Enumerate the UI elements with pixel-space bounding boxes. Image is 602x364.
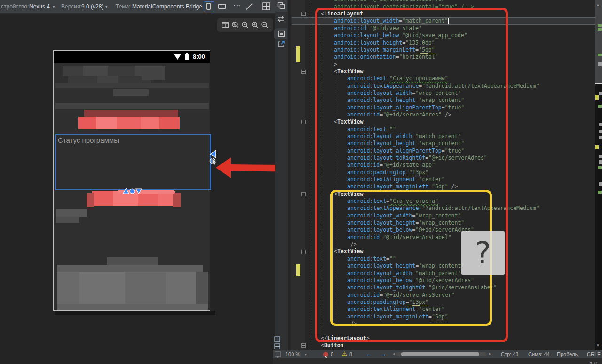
scroll-up-icon[interactable]: ▲ bbox=[596, 3, 600, 7]
theme-selector[interactable]: MaterialComponents Bridge bbox=[132, 3, 202, 10]
selected-view-outline[interactable]: Статус программы bbox=[55, 134, 211, 190]
navigate-forward-icon[interactable]: → bbox=[380, 350, 386, 357]
split-vertical-icon[interactable] bbox=[274, 336, 280, 342]
redacted-blob bbox=[56, 217, 79, 223]
code-line[interactable]: android:id="@+id/checkStatusServer" bbox=[321, 0, 539, 3]
stripe-mark[interactable] bbox=[599, 92, 602, 95]
external-link-icon[interactable] bbox=[277, 40, 285, 48]
stripe-mark[interactable] bbox=[599, 123, 602, 126]
scroll-left-icon[interactable]: ◄ bbox=[392, 352, 396, 356]
selected-view-text: Статус программы bbox=[58, 136, 119, 144]
redacted-blob bbox=[68, 76, 151, 83]
scrollbar-thumb[interactable] bbox=[401, 352, 479, 356]
redacted-blob bbox=[57, 265, 203, 272]
redacted-blob bbox=[55, 103, 209, 109]
version-label: Версия: bbox=[61, 3, 82, 10]
warning-strip-mark bbox=[296, 46, 300, 62]
zoom-level[interactable]: 100 % bbox=[285, 351, 300, 357]
version-selector[interactable]: 9.0 (v28) bbox=[81, 3, 103, 10]
landscape-mode-icon[interactable] bbox=[218, 4, 226, 9]
fold-toggle-icon[interactable] bbox=[301, 12, 306, 16]
stripe-mark[interactable] bbox=[599, 182, 602, 186]
redacted-blob bbox=[55, 83, 209, 88]
redacted-blob bbox=[107, 257, 158, 265]
scroll-down-icon[interactable]: ▼ bbox=[596, 343, 600, 348]
redacted-blob bbox=[142, 68, 165, 80]
chevron-down-icon[interactable]: ▾ bbox=[305, 352, 307, 356]
redacted-blob bbox=[56, 209, 87, 217]
zoom-in-icon[interactable] bbox=[251, 21, 259, 29]
swap-views-icon[interactable] bbox=[277, 15, 285, 22]
resize-handles-bottom[interactable] bbox=[120, 186, 145, 195]
portrait-mode-button[interactable] bbox=[204, 1, 214, 12]
navigate-back-icon[interactable]: ← bbox=[366, 350, 372, 357]
stripe-mark[interactable] bbox=[598, 54, 602, 56]
code-line[interactable]: <Button bbox=[321, 342, 539, 349]
stripe-mark[interactable] bbox=[598, 28, 602, 31]
line-ending-indicator[interactable]: CRLF bbox=[587, 351, 601, 357]
chevron-down-icon[interactable]: ▾ bbox=[53, 4, 55, 9]
redacted-button-blob bbox=[78, 117, 180, 129]
chevron-down-icon[interactable]: ▾ bbox=[105, 4, 108, 9]
stripe-mark[interactable] bbox=[598, 191, 602, 194]
expand-icon[interactable]: » bbox=[275, 351, 281, 357]
pencil-icon[interactable] bbox=[246, 3, 253, 10]
redacted-button-blob bbox=[84, 110, 178, 117]
device-selector[interactable]: Nexus 4 bbox=[29, 3, 50, 10]
battery-icon bbox=[185, 54, 189, 60]
warning-count-icon[interactable]: ⚠ bbox=[342, 350, 347, 357]
zoom-to-fit-icon[interactable] bbox=[231, 21, 239, 29]
fold-toggle-icon[interactable] bbox=[301, 343, 306, 348]
caret-line-indicator[interactable]: Стр: 43 bbox=[501, 351, 518, 357]
layout-design-panel: стройство: Nexus 4 ▾ Версия: 9.0 (v28) ▾… bbox=[0, 0, 275, 364]
fold-toggle-icon[interactable] bbox=[301, 70, 306, 74]
question-mark-overlay: ? bbox=[461, 231, 505, 275]
error-count-icon[interactable]: ✕ bbox=[323, 352, 328, 357]
stripe-mark[interactable] bbox=[598, 105, 602, 108]
error-count[interactable]: 0 bbox=[331, 351, 333, 357]
bottom-panel-strip: Д У bbox=[273, 358, 602, 364]
warning-count[interactable]: 8 bbox=[349, 351, 352, 357]
chevron-down-icon[interactable]: ▾ bbox=[198, 4, 200, 9]
whitespace-indicator[interactable]: Пробелы bbox=[557, 351, 578, 357]
split-horizontal-icon[interactable] bbox=[274, 343, 280, 349]
android-studio-window: стройство: Nexus 4 ▾ Версия: 9.0 (v28) ▾… bbox=[0, 0, 602, 364]
redacted-blob bbox=[113, 89, 149, 96]
fold-toggle-icon[interactable] bbox=[301, 192, 306, 196]
layers-icon[interactable] bbox=[277, 2, 285, 9]
zoom-out-icon[interactable] bbox=[261, 21, 269, 29]
stripe-mark[interactable] bbox=[595, 95, 599, 100]
theme-label: Тема: bbox=[116, 3, 131, 10]
more-options-icon[interactable]: ⋯ bbox=[233, 1, 240, 9]
redacted-blob bbox=[57, 304, 208, 311]
stripe-mark[interactable] bbox=[599, 160, 602, 164]
device-label: стройство: bbox=[1, 3, 29, 10]
zoom-controls bbox=[217, 18, 273, 32]
fold-toggle-icon[interactable] bbox=[301, 250, 306, 254]
stripe-mark[interactable] bbox=[599, 130, 602, 133]
portrait-phone-icon bbox=[206, 3, 211, 10]
horizontal-scrollbar[interactable] bbox=[396, 352, 487, 356]
grid-view-icon[interactable] bbox=[262, 2, 270, 10]
clipped-panel-text: Д У bbox=[589, 361, 597, 364]
stripe-mark[interactable] bbox=[599, 136, 602, 139]
stripe-mark[interactable] bbox=[598, 166, 602, 169]
error-stripe[interactable]: ▲ ▼ bbox=[595, 0, 602, 350]
stripe-mark[interactable] bbox=[598, 62, 602, 66]
wifi-icon bbox=[174, 54, 182, 60]
caret-column-indicator[interactable]: Симв: 44 bbox=[528, 351, 550, 357]
scroll-right-icon[interactable]: ► bbox=[488, 352, 492, 356]
stripe-mark[interactable] bbox=[599, 155, 602, 158]
editor-status-bar: » 100 % ▾ ✕ 0 ⚠ 8 ← → ◄ ► Стр: 43 Симв: … bbox=[273, 350, 602, 358]
preview-window-icon[interactable] bbox=[278, 30, 285, 37]
warning-strip-mark bbox=[296, 264, 300, 276]
stripe-mark[interactable] bbox=[595, 145, 599, 149]
device-shadow bbox=[55, 311, 215, 315]
layout-variants-icon[interactable] bbox=[222, 21, 229, 29]
design-toolbar: стройство: Nexus 4 ▾ Версия: 9.0 (v28) ▾… bbox=[0, 0, 275, 14]
zoom-actual-size-icon[interactable] bbox=[241, 21, 249, 29]
gutter-guide bbox=[312, 0, 312, 350]
stripe-mark[interactable] bbox=[598, 24, 602, 27]
editor-side-strip bbox=[275, 0, 288, 350]
fold-toggle-icon[interactable] bbox=[301, 120, 306, 124]
